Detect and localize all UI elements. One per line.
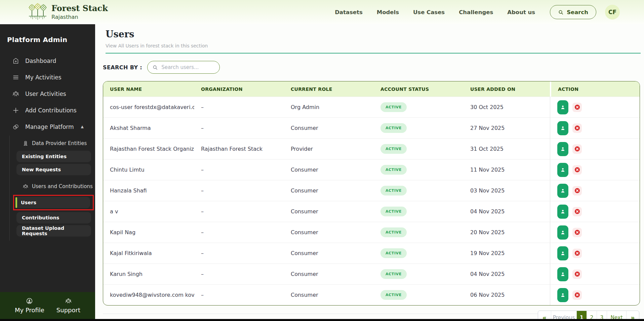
nav-models[interactable]: Models	[377, 9, 399, 15]
action-cell	[550, 159, 640, 180]
view-user-button[interactable]	[557, 121, 568, 135]
current-role-cell: Consumer	[284, 159, 374, 180]
current-role-cell: Consumer	[284, 118, 374, 138]
x-circle-icon	[574, 250, 580, 256]
sidebar-item-dashboard[interactable]: Dashboard	[0, 52, 95, 69]
sidebar-item-manage-platform[interactable]: Manage Platform ▲	[0, 118, 95, 135]
sidebar-item-add-contributions[interactable]: Add Contributions	[0, 102, 95, 118]
nav-challenges[interactable]: Challenges	[459, 9, 493, 15]
person-icon	[560, 104, 566, 110]
section-divider	[106, 53, 641, 54]
table-row[interactable]: Chintu Limtu – Consumer ACTIVE 11 Nov 20…	[103, 159, 640, 180]
list-icon	[12, 74, 19, 81]
status-badge: ACTIVE	[380, 186, 407, 195]
sidebar-item-label: My Activities	[25, 74, 62, 81]
person-icon	[560, 167, 566, 173]
page-head: Users View All Users in forest stack in …	[106, 29, 640, 54]
sidebar-item-user-activities[interactable]: User Activities	[0, 85, 95, 102]
current-role-cell: Consumer	[284, 285, 374, 305]
status-badge: ACTIVE	[380, 207, 407, 216]
submenu-data-provider-entities[interactable]: Data Provider Entities	[10, 138, 95, 149]
nav-datasets[interactable]: Datasets	[335, 9, 363, 15]
deactivate-user-button[interactable]	[572, 249, 582, 258]
table-row[interactable]: Hanzala Shafi – Consumer ACTIVE 03 Nov 2…	[103, 180, 640, 201]
deactivate-user-button[interactable]	[572, 228, 582, 237]
table-row[interactable]: Kajal Fitkiriwala – Consumer ACTIVE 19 N…	[103, 243, 640, 263]
table-header-row: USER NAME ORGANIZATION CURRENT ROLE ACCO…	[103, 81, 640, 97]
user-added-on-cell: 27 Nov 2025	[464, 118, 550, 138]
view-user-button[interactable]	[557, 225, 568, 240]
view-user-button[interactable]	[557, 184, 568, 198]
submenu-item-dataset-upload-requests[interactable]: Dataset Upload Requests	[16, 225, 91, 237]
my-profile-button[interactable]: My Profile	[15, 297, 44, 314]
deactivate-user-button[interactable]	[572, 290, 582, 300]
view-user-button[interactable]	[557, 267, 568, 281]
deactivate-user-button[interactable]	[572, 270, 582, 279]
deactivate-user-button[interactable]	[572, 144, 582, 154]
submenu-item-contributions[interactable]: Contributions	[16, 212, 91, 223]
organization-cell: –	[194, 201, 284, 222]
col-account-status: ACCOUNT STATUS	[374, 81, 464, 97]
search-row: SEARCH BY :	[103, 61, 640, 74]
current-role-cell: Consumer	[284, 201, 374, 222]
user-name-cell: Karun Singh	[103, 264, 194, 284]
status-badge: ACTIVE	[380, 165, 407, 175]
user-added-on-cell: 06 Nov 2025	[464, 285, 550, 305]
nav-use-cases[interactable]: Use Cases	[413, 9, 445, 15]
table-row[interactable]: Rajasthan Forest Stack Organiza… Rajasth…	[103, 138, 640, 159]
nav-about-us[interactable]: About us	[507, 9, 535, 15]
deactivate-user-button[interactable]	[572, 165, 582, 175]
sidebar-title: Platform Admin	[7, 36, 95, 44]
submenu-item-new-requests[interactable]: New Requests	[16, 164, 91, 175]
table-row[interactable]: Akshat Sharma – Consumer ACTIVE 27 Nov 2…	[103, 117, 640, 138]
view-user-button[interactable]	[557, 246, 568, 260]
view-user-button[interactable]	[557, 288, 568, 302]
users-search-box[interactable]	[147, 61, 220, 74]
view-user-button[interactable]	[557, 142, 568, 156]
search-icon	[152, 65, 158, 70]
submenu-item-users-active[interactable]: Users	[15, 197, 90, 208]
table-row[interactable]: cos-user forestdx@datakaveri.o… – Org Ad…	[103, 97, 640, 117]
table-row[interactable]: a v – Consumer ACTIVE 04 Nov 2025	[103, 201, 640, 222]
person-circle-icon	[26, 297, 33, 305]
page-title: Users	[106, 29, 640, 39]
layers-icon	[12, 123, 19, 131]
sidebar: Platform Admin Dashboard My Activities	[0, 24, 95, 321]
sidebar-item-my-activities[interactable]: My Activities	[0, 69, 95, 85]
current-role-cell: Consumer	[284, 180, 374, 201]
table-row[interactable]: Kapil Nag – Consumer ACTIVE 20 Nov 2025	[103, 222, 640, 243]
submenu-item-existing-entities[interactable]: Existing Entities	[16, 151, 91, 162]
submenu-users-and-contributions[interactable]: Users and Contributions	[10, 181, 95, 192]
deactivate-user-button[interactable]	[572, 123, 582, 133]
submenu-section-label: Users and Contributions	[32, 183, 93, 189]
table-row[interactable]: Karun Singh – Consumer ACTIVE 04 Nov 202…	[103, 263, 640, 284]
deactivate-user-button[interactable]	[572, 103, 582, 112]
users-search-input[interactable]	[161, 64, 215, 71]
table-row[interactable]: kovediw948@wivstore.com kove… – Consumer…	[103, 284, 640, 305]
person-icon	[560, 292, 566, 298]
action-cell	[550, 243, 640, 263]
view-user-button[interactable]	[557, 100, 568, 114]
deactivate-user-button[interactable]	[572, 207, 582, 216]
view-user-button[interactable]	[557, 205, 568, 219]
view-user-button[interactable]	[557, 163, 568, 177]
user-added-on-cell: 20 Nov 2025	[464, 222, 550, 243]
sidebar-item-label: Manage Platform	[25, 123, 74, 130]
brand[interactable]: Forest Stack Rajasthan	[28, 2, 108, 22]
deactivate-user-button[interactable]	[572, 186, 582, 195]
support-button[interactable]: Support	[56, 297, 80, 314]
account-status-cell: ACTIVE	[374, 243, 464, 263]
user-added-on-cell: 31 Oct 2025	[464, 139, 550, 159]
person-icon	[560, 229, 566, 235]
submenu-item-label: Users	[21, 200, 36, 205]
current-role-cell: Consumer	[284, 243, 374, 263]
status-badge: ACTIVE	[380, 227, 407, 237]
person-icon	[560, 271, 566, 277]
sidebar-item-label: Add Contributions	[25, 107, 77, 114]
user-avatar[interactable]: CF	[605, 5, 620, 20]
header-search-button[interactable]: Search	[550, 5, 596, 19]
x-circle-icon	[574, 167, 580, 173]
users-table: USER NAME ORGANIZATION CURRENT ROLE ACCO…	[103, 81, 640, 306]
sidebar-footer: My Profile Support	[0, 292, 95, 319]
user-added-on-cell: 11 Nov 2025	[464, 159, 550, 180]
